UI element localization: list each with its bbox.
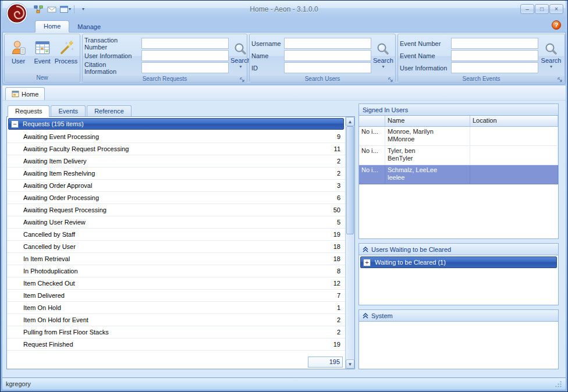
aeon-logo-icon (5, 2, 29, 25)
request-status-row[interactable]: Cancelled by Staff19 (7, 229, 345, 241)
request-status-row[interactable]: Pulling from First Floor Stacks2 (7, 326, 345, 338)
minimize-button[interactable]: – (520, 4, 534, 14)
request-status-row[interactable]: In Item Retrieval18 (7, 253, 345, 265)
signed-in-users-header[interactable]: Signed In Users (359, 104, 558, 116)
tab-reference[interactable]: Reference (87, 105, 132, 116)
request-status-row[interactable]: Request Finished19 (7, 338, 345, 351)
request-status-label: Cancelled by User (23, 243, 333, 250)
request-status-count: 2 (337, 316, 340, 323)
system-header[interactable]: System (359, 310, 558, 322)
collapse-chevron-icon (363, 313, 368, 319)
scroll-down-button[interactable]: ▼ (346, 359, 354, 369)
help-button[interactable]: ? (552, 20, 561, 30)
request-status-label: Awaiting Faculty Request Processing (23, 145, 334, 152)
request-status-label: Awaiting Item Delivery (23, 158, 337, 165)
workflow-icon[interactable] (33, 4, 44, 15)
scrollbar-track[interactable] (346, 234, 354, 359)
event-number-input[interactable] (451, 38, 538, 49)
transaction-number-input[interactable] (141, 38, 229, 49)
document-tab-home[interactable]: Home (5, 87, 45, 100)
requests-list: − Requests (195 items) Awaiting Event Pr… (6, 116, 355, 369)
signed-in-user-row[interactable]: No i...Schmalz, LeeLeeleelee (359, 165, 558, 184)
request-status-count: 1 (337, 304, 340, 311)
request-status-row[interactable]: Awaiting Event Processing9 (7, 131, 345, 143)
window-switch-icon[interactable]: ▾ (59, 4, 71, 15)
users-waiting-header[interactable]: Users Waiting to be Cleared (359, 244, 558, 255)
system-title: System (371, 312, 393, 319)
application-menu-button[interactable] (5, 2, 29, 25)
tab-requests[interactable]: Requests (8, 105, 49, 117)
request-status-row[interactable]: Awaiting User Review5 (7, 216, 345, 229)
close-button[interactable]: × (549, 4, 563, 14)
waiting-group-header[interactable]: + Waiting to be Cleared (1) (360, 256, 557, 268)
dialog-launcher-icon[interactable] (239, 77, 246, 83)
request-status-row[interactable]: Awaiting Request Processing50 (7, 204, 345, 216)
qat-customize-button[interactable]: ▾ (77, 4, 89, 15)
search-users-button[interactable]: Search ▾ (372, 36, 394, 76)
new-process-button[interactable]: Process (54, 36, 78, 73)
request-status-row[interactable]: Item On Hold for Event2 (7, 314, 345, 326)
request-status-row[interactable]: Awaiting Faculty Request Processing11 (7, 143, 345, 155)
transaction-number-label: Transaction Number (84, 37, 141, 51)
new-event-button[interactable]: Event (30, 36, 54, 73)
scroll-up-button[interactable]: ▲ (346, 117, 354, 126)
request-status-label: Cancelled by Staff (23, 231, 333, 238)
request-status-count: 2 (337, 329, 340, 336)
request-status-count: 8 (337, 268, 340, 275)
request-status-label: Item On Hold (23, 304, 337, 311)
search-requests-label: Search (230, 57, 251, 64)
user-status-cell: No i... (359, 165, 385, 184)
request-status-count: 19 (333, 341, 340, 348)
request-status-row[interactable]: Awaiting Item Reshelving2 (7, 168, 345, 180)
signed-in-user-row[interactable]: No i...Monroe, MarilynMMonroe (359, 127, 558, 146)
ribbon-tab-home[interactable]: Home (35, 20, 69, 33)
users-column-location[interactable]: Location (470, 116, 558, 126)
scrollbar-thumb[interactable] (346, 126, 354, 234)
users-column-status[interactable] (359, 116, 385, 126)
dialog-launcher-icon[interactable] (557, 77, 563, 83)
event-user-information-input[interactable] (451, 62, 538, 73)
group-caption-search-events-label: Search Events (462, 76, 500, 82)
dialog-launcher-icon[interactable] (388, 77, 394, 83)
requests-group-header[interactable]: − Requests (195 items) (8, 118, 344, 130)
search-requests-button[interactable]: Search ▾ (230, 36, 251, 76)
request-status-row[interactable]: Awaiting Order Approval3 (7, 180, 345, 192)
mail-icon[interactable] (46, 4, 58, 15)
new-user-button[interactable]: User (6, 36, 30, 73)
search-users-label: Search (373, 57, 393, 64)
titlebar[interactable]: ▾ ▾ Home - Aeon - 3.1.0.0 – □ × (2, 1, 566, 17)
signed-in-user-row[interactable]: No i...Tyler, benBenTyler (359, 146, 558, 165)
new-event-label: Event (34, 58, 50, 65)
request-status-row[interactable]: Item Delivered7 (7, 290, 345, 302)
user-username: BenTyler (388, 155, 467, 162)
request-status-label: Item On Hold for Event (23, 316, 337, 323)
request-status-row[interactable]: Awaiting Order Processing6 (7, 192, 345, 204)
request-status-count: 12 (333, 280, 340, 287)
id-input[interactable] (284, 62, 371, 73)
ribbon-tab-manage[interactable]: Manage (69, 22, 109, 33)
request-status-count: 2 (337, 158, 340, 165)
vertical-scrollbar[interactable]: ▲ ▼ (345, 117, 354, 369)
username-input[interactable] (284, 38, 371, 49)
users-column-name[interactable]: Name (385, 116, 470, 126)
tab-events[interactable]: Events (51, 105, 86, 116)
request-status-row[interactable]: In Photoduplication8 (7, 265, 345, 277)
request-user-information-input[interactable] (141, 50, 229, 61)
request-status-count: 2 (337, 170, 340, 177)
user-name-cell: Monroe, MarilynMMonroe (385, 127, 470, 146)
collapse-expander-icon[interactable]: − (11, 120, 19, 128)
search-events-button[interactable]: Search ▾ (539, 36, 563, 76)
group-caption-search-users: Search Users (250, 76, 395, 82)
request-status-row[interactable]: Cancelled by User18 (7, 241, 345, 253)
request-status-row[interactable]: Awaiting Item Delivery2 (7, 155, 345, 168)
maximize-button[interactable]: □ (535, 4, 549, 14)
event-name-input[interactable] (451, 50, 538, 61)
request-status-row[interactable]: Item Checked Out12 (7, 277, 345, 290)
name-input[interactable] (284, 50, 371, 61)
expand-expander-icon[interactable]: + (363, 259, 371, 266)
citation-information-input[interactable] (141, 62, 229, 73)
resize-grip-icon[interactable] (555, 380, 562, 388)
document-tab-home-label: Home (22, 91, 38, 98)
request-status-row[interactable]: Item On Hold1 (7, 302, 345, 314)
request-status-count: 5 (337, 219, 340, 226)
